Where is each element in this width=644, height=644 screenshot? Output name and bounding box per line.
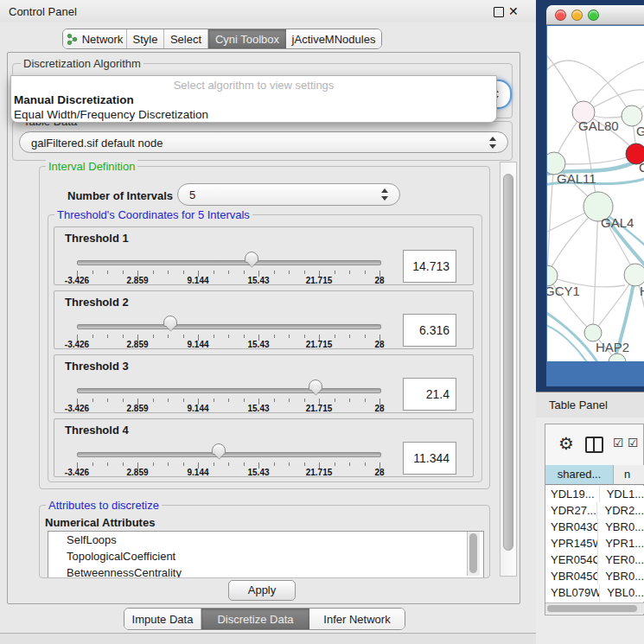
column-header-shared[interactable]: shared... <box>545 465 614 485</box>
table-rows: YDL19...YDL1...YDR27...YDR2...YBR043CYBR… <box>545 486 644 602</box>
popup-option-equal-width-frequency[interactable]: Equal Width/Frequency Discretization <box>14 108 208 121</box>
tick-minor <box>123 335 124 338</box>
threshold-panel-2: Threshold 2-3.4262.8599.14415.4321.71528… <box>54 290 474 349</box>
checkbox-icon[interactable]: ☑ <box>613 436 624 450</box>
checkbox-icon[interactable]: ☑ <box>628 436 639 450</box>
threshold-slider-track[interactable] <box>77 452 381 457</box>
table-horizontal-scrollbar[interactable] <box>545 603 644 614</box>
tick-minor <box>289 399 290 402</box>
table-cell[interactable]: YPR1... <box>598 535 644 552</box>
threshold-value-field[interactable]: 11.344 <box>403 442 456 475</box>
gear-icon[interactable]: ⚙ <box>558 433 574 454</box>
float-window-icon[interactable] <box>494 7 504 17</box>
threshold-panel-3: Threshold 3-3.4262.8599.14415.4321.71528… <box>54 354 474 413</box>
network-canvas[interactable]: GAL80GCGAL11GAL4GCY1HHAP2 <box>547 26 644 361</box>
tick-label: 9.144 <box>187 404 208 413</box>
apply-button[interactable]: Apply <box>228 580 296 601</box>
scrollbar-thumb[interactable] <box>503 174 513 551</box>
numerical-attributes-list[interactable]: SelfLoopsTopologicalCoefficientBetweenne… <box>48 531 484 577</box>
table-cell[interactable]: YER054C <box>545 552 598 568</box>
table-cell[interactable]: YBR0... <box>598 519 644 535</box>
table-cell[interactable]: YDL19... <box>545 486 600 502</box>
tick-minor <box>92 399 93 402</box>
threshold-value-field[interactable]: 21.4 <box>403 378 456 411</box>
tick-label: 15.43 <box>247 468 269 477</box>
threshold-value-field[interactable]: 14.713 <box>403 250 456 283</box>
threshold-slider-thumb[interactable] <box>245 252 258 263</box>
tick-minor <box>365 271 366 274</box>
table-panel-title: Table Panel <box>549 399 608 411</box>
scrollbar-thumb[interactable] <box>469 533 477 573</box>
mac-close-icon[interactable] <box>555 10 566 21</box>
attribute-item-topologicalcoefficient[interactable]: TopologicalCoefficient <box>48 548 483 564</box>
table-cell[interactable]: YBL079W <box>545 584 600 601</box>
threshold-slider-thumb[interactable] <box>309 379 322 391</box>
tab-jactivemnodules[interactable]: jActiveMNodules <box>286 29 381 48</box>
table-cell[interactable]: YBL0... <box>600 584 644 601</box>
table-data-combobox[interactable]: galFiltered.sif default node <box>19 131 508 153</box>
table-cell[interactable]: YBR0... <box>598 568 644 584</box>
threshold-slider-thumb[interactable] <box>163 316 177 327</box>
panel-vertical-scrollbar[interactable] <box>500 162 517 577</box>
tick-minor <box>153 271 154 274</box>
tab-cyni-toolbox[interactable]: Cyni Toolbox <box>208 29 286 48</box>
mac-zoom-icon[interactable] <box>588 10 599 21</box>
tab-label: jActiveMNodules <box>292 33 376 46</box>
table-row[interactable]: YDR27...YDR2... <box>545 502 644 519</box>
mac-minimize-icon[interactable] <box>571 10 583 21</box>
tab-network[interactable]: Network <box>63 29 127 48</box>
tick-label: 15.43 <box>247 340 269 349</box>
tick-minor <box>123 399 124 402</box>
tick-minor <box>289 335 290 338</box>
threshold-slider-track[interactable] <box>77 260 381 265</box>
bottom-tab-bar: Impute DataDiscretize DataInfer Network <box>124 608 405 630</box>
interval-definition-title: Interval Definition <box>46 160 137 173</box>
threshold-slider-thumb[interactable] <box>212 443 226 455</box>
scrollbar-thumb[interactable] <box>547 605 637 612</box>
tick-minor <box>335 399 335 402</box>
tick-label: -3.426 <box>65 404 89 413</box>
table-row[interactable]: YPR145WYPR1... <box>545 535 644 552</box>
tab-discretize-data[interactable]: Discretize Data <box>201 609 309 629</box>
attributes-list-scrollbar[interactable] <box>467 532 480 576</box>
tick-minor <box>228 271 229 274</box>
table-cell[interactable]: YBR045C <box>545 568 598 584</box>
table-cell[interactable]: YER0... <box>598 552 644 568</box>
popup-option-manual-discretization[interactable]: Manual Discretization <box>14 93 134 106</box>
tab-label: Network <box>82 33 124 46</box>
table-cell[interactable]: YPR145W <box>545 535 598 552</box>
table-row[interactable]: YBR043CYBR0... <box>545 519 644 535</box>
table-row[interactable]: YBL079WYBL0... <box>545 584 644 601</box>
close-icon[interactable]: ✕ <box>508 4 519 18</box>
attribute-item-betweennesscentrality[interactable]: BetweennessCentrality <box>48 564 483 577</box>
tick-minor <box>274 462 275 466</box>
tab-impute-data[interactable]: Impute Data <box>124 609 201 629</box>
tick-minor <box>228 462 229 466</box>
threshold-slider-track[interactable] <box>77 324 381 329</box>
columns-icon[interactable] <box>585 437 603 453</box>
table-cell[interactable]: YBR043C <box>545 519 598 535</box>
network-node-hap2[interactable] <box>584 324 602 341</box>
number-of-intervals-combobox[interactable]: 5 <box>177 183 400 206</box>
table-cell[interactable]: YDR27... <box>545 502 597 519</box>
tab-select[interactable]: Select <box>164 29 208 48</box>
tab-label: Cyni Toolbox <box>215 33 279 46</box>
tick-label: 9.144 <box>187 468 208 477</box>
attribute-item-selfloops[interactable]: SelfLoops <box>48 532 483 548</box>
tick-minor <box>349 271 350 274</box>
table-cell[interactable]: YLR345W <box>545 601 600 602</box>
table-cell[interactable]: YDL1... <box>600 486 644 502</box>
threshold-value-field[interactable]: 6.316 <box>403 314 456 347</box>
tab-infer-network[interactable]: Infer Network <box>309 609 405 629</box>
table-row[interactable]: YER054CYER0... <box>545 552 644 568</box>
window-title: Control Panel <box>9 5 77 18</box>
tab-style[interactable]: Style <box>127 29 164 48</box>
table-row[interactable]: YDL19...YDL1... <box>545 486 644 502</box>
threshold-slider-track[interactable] <box>77 388 381 393</box>
table-panel-titlebar: Table Panel <box>536 392 644 418</box>
table-row[interactable]: YLR345WYLR3... <box>545 601 644 602</box>
table-cell[interactable]: YDR2... <box>597 502 644 519</box>
table-row[interactable]: YBR045CYBR0... <box>545 568 644 584</box>
table-cell[interactable]: YLR3... <box>600 601 644 602</box>
column-header-name[interactable]: n <box>614 465 644 485</box>
